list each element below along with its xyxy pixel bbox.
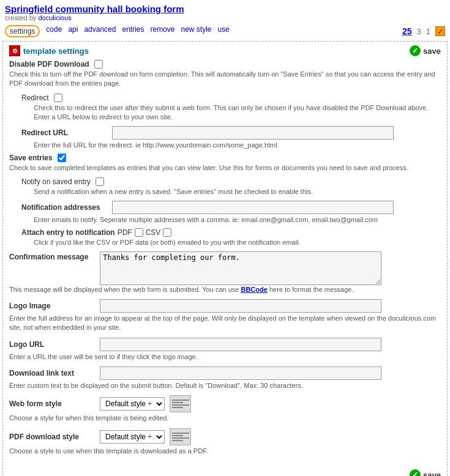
confirmation-message-row: Confirmation message Thanks for completi… [9, 251, 441, 294]
author-link[interactable]: doculicious [38, 14, 71, 21]
logo-url-desc: Enter a URL the user will be sent to if … [9, 352, 441, 362]
section-footer: ✓ save [3, 466, 447, 476]
download-link-text-input[interactable] [100, 366, 381, 380]
header: Springfield community hall booking form … [0, 0, 450, 23]
redirect-url-label: Redirect URL [21, 128, 107, 137]
download-link-text-row: Download link text Enter custom text to … [9, 366, 441, 390]
pdf-label: PDF [118, 228, 132, 237]
notify-saved-label: Notify on saved entry [21, 177, 441, 186]
nav-new-style[interactable]: new style [181, 25, 212, 37]
redirect-url-input-row: Redirect URL [21, 126, 441, 139]
redirect-label: Redirect [21, 94, 441, 102]
redirect-desc: Check this to redirect the user after th… [34, 103, 441, 122]
redirect-url-desc: Enter the full URL for the redirect. ie … [34, 141, 441, 150]
web-form-style-thumbnail [170, 395, 191, 412]
notify-saved-row: Notify on saved entry Send a notificatio… [21, 177, 441, 196]
save-icon-top: ✓ [410, 45, 421, 56]
badge-1: 1 [426, 27, 430, 36]
form-section: Disable PDF Download Check this to turn … [3, 60, 447, 466]
badge-3: 3 [417, 27, 421, 36]
confirmation-textarea[interactable]: Thanks for completing our form. [100, 251, 381, 285]
web-form-style-select[interactable]: Default style ÷ [100, 397, 165, 411]
disable-pdf-desc: Check this to turn off the PDF download … [9, 70, 441, 89]
pdf-thumb-line-3 [172, 437, 189, 439]
save-button-top[interactable]: ✓ save [410, 45, 441, 56]
pdf-download-style-select[interactable]: Default style ÷ [100, 430, 165, 444]
redirect-url-input[interactable] [112, 126, 394, 139]
attach-entry-label: Attach entry to notification [21, 228, 115, 237]
badge-25[interactable]: 25 [402, 26, 412, 36]
notif-addr-label: Notification addresses [21, 203, 107, 212]
pdf-style-thumbnail [170, 428, 191, 445]
thumbnail-lines [170, 398, 191, 410]
save-entries-row: Save entries Check to save completed tem… [9, 154, 441, 173]
pdf-download-style-row: PDF download style Default style ÷ Choos… [9, 428, 441, 456]
pdf-thumb-line-2 [172, 435, 183, 436]
logo-url-row: Logo URL Enter a URL the user will be se… [9, 338, 441, 362]
attach-csv-checkbox[interactable] [163, 228, 171, 237]
nav-remove[interactable]: remove [150, 25, 174, 37]
conf-label: Confirmation message [9, 251, 95, 261]
attach-entry-row: Attach entry to notification PDF CSV Cli… [21, 228, 441, 247]
dl-link-desc: Enter custom text to be displayed on the… [9, 381, 441, 390]
web-form-style-label: Web form style [9, 400, 95, 408]
top-right-badges: 25 3 1 ✓ [402, 26, 445, 36]
main-content: ⚙ template settings ✓ save Disable PDF D… [2, 41, 448, 476]
top-nav: settings code api advanced entries remov… [0, 23, 450, 40]
logo-url-input[interactable] [100, 338, 381, 351]
logo-url-label: Logo URL [9, 340, 95, 349]
logo-image-input[interactable] [100, 299, 381, 313]
settings-icon: ⚙ [9, 45, 20, 56]
thumb-line-2 [172, 402, 183, 403]
conf-desc: This message will be displayed when the … [9, 285, 441, 294]
redirect-checkbox[interactable] [54, 94, 62, 102]
disable-pdf-label: Disable PDF Download [9, 60, 441, 69]
logo-image-row: Logo Image Enter the full address for an… [9, 299, 441, 333]
notification-addresses-input[interactable] [112, 201, 394, 214]
web-form-style-input-row: Web form style Default style ÷ [9, 395, 441, 412]
save-entries-desc: Check to save completed templates as ent… [9, 163, 441, 173]
nav-use[interactable]: use [218, 25, 230, 37]
save-button-bottom[interactable]: ✓ save [410, 469, 441, 476]
thumb-line-4 [172, 407, 183, 408]
bbcode-link[interactable]: BBCode [241, 286, 267, 293]
pdf-style-label: PDF download style [9, 433, 95, 441]
save-entries-label: Save entries [9, 154, 441, 162]
dl-link-label: Download link text [9, 369, 95, 377]
attach-entry-input-row: Attach entry to notification PDF CSV [21, 228, 441, 237]
web-form-style-row: Web form style Default style ÷ Choose a … [9, 395, 441, 423]
redirect-url-row: Redirect URL Enter the full URL for the … [21, 126, 441, 150]
save-icon-bottom: ✓ [410, 469, 421, 476]
nav-settings[interactable]: settings [5, 25, 40, 37]
notify-saved-checkbox[interactable] [96, 177, 104, 186]
notify-saved-desc: Send a notification when a new entry is … [34, 187, 441, 196]
attach-pdf-checkbox[interactable] [135, 228, 143, 237]
notif-addr-desc: Enter emails to notify. Seperate multipl… [34, 215, 441, 225]
pdf-style-desc: Choose a style to use when this template… [9, 447, 441, 456]
section-title: ⚙ template settings [9, 45, 89, 56]
pdf-thumbnail-lines [170, 431, 191, 443]
pdf-thumb-line-1 [172, 433, 189, 434]
checked-icon: ✓ [435, 26, 445, 36]
save-entries-checkbox[interactable] [58, 154, 66, 162]
nav-api[interactable]: api [68, 25, 78, 37]
nav-advanced[interactable]: advanced [84, 25, 116, 37]
thumb-line-1 [172, 400, 189, 401]
redirect-row: Redirect Check this to redirect the user… [21, 94, 441, 122]
nav-code[interactable]: code [46, 25, 62, 37]
conf-input-row: Confirmation message Thanks for completi… [9, 251, 441, 285]
notification-addresses-row: Notification addresses Enter emails to n… [21, 201, 441, 225]
notif-addr-input-row: Notification addresses [21, 201, 441, 214]
form-title[interactable]: Springfield community hall booking form [5, 4, 184, 14]
disable-pdf-checkbox[interactable] [94, 60, 103, 69]
csv-label: CSV [146, 228, 161, 237]
nav-links: settings code api advanced entries remov… [5, 25, 230, 37]
logo-image-label: Logo Image [9, 302, 95, 310]
pdf-style-input-row: PDF download style Default style ÷ [9, 428, 441, 445]
created-by: created by doculicious [5, 14, 445, 21]
thumb-line-3 [172, 404, 189, 406]
nav-entries[interactable]: entries [122, 25, 144, 37]
pdf-thumb-line-4 [172, 440, 183, 441]
web-form-style-desc: Choose a style for when this template is… [9, 414, 441, 423]
logo-url-input-row: Logo URL [9, 338, 441, 351]
